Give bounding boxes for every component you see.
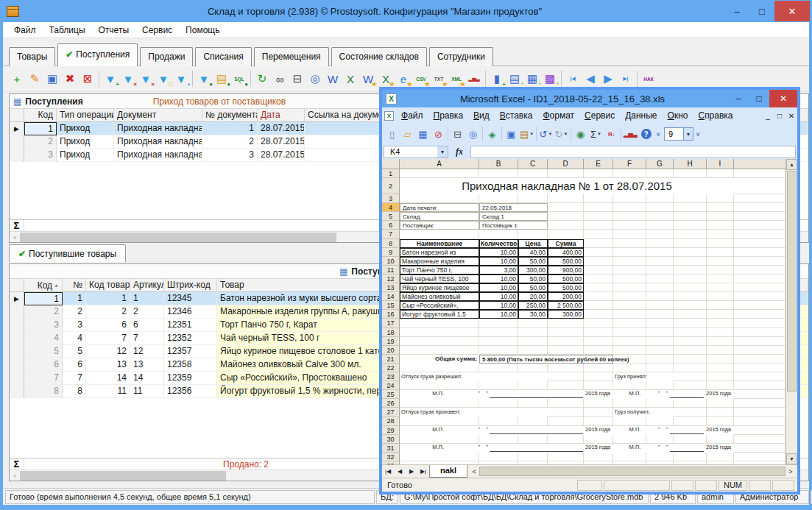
- cell-B16[interactable]: 10,00: [479, 310, 518, 319]
- cell-C11[interactable]: 300,00: [518, 266, 548, 275]
- cell-B8[interactable]: Количество: [479, 239, 518, 248]
- print-preview-icon[interactable]: ◎: [465, 127, 481, 142]
- cell-E3[interactable]: [584, 194, 613, 203]
- cell-I33[interactable]: [707, 461, 734, 464]
- cell-A8[interactable]: Наименование: [400, 239, 479, 248]
- cell-E6[interactable]: [584, 221, 613, 230]
- cell-C1[interactable]: [518, 169, 548, 178]
- cell-B20[interactable]: [479, 346, 518, 355]
- search-icon[interactable]: ∞: [271, 69, 289, 88]
- cell-A15[interactable]: Сыр «Российский»,: [400, 301, 479, 310]
- cell-B28[interactable]: [479, 417, 518, 425]
- cell-G13[interactable]: [646, 283, 674, 292]
- cell-D18[interactable]: [548, 328, 584, 337]
- cell-I9[interactable]: [707, 248, 734, 257]
- cell-A16[interactable]: Йогурт фруктовый 1,5: [400, 310, 479, 319]
- cell-C3[interactable]: [518, 194, 548, 203]
- cell-H4[interactable]: [674, 203, 707, 212]
- cell-B10[interactable]: 10,00: [479, 257, 518, 266]
- tab-3[interactable]: Продажи: [140, 47, 193, 66]
- tree-view-icon[interactable]: ▤●: [213, 69, 230, 88]
- cell-B24[interactable]: [479, 381, 518, 390]
- row-header-4[interactable]: 4: [382, 203, 400, 212]
- cell-D32[interactable]: [548, 453, 584, 461]
- cell-E30[interactable]: [584, 435, 613, 444]
- cell-G15[interactable]: [646, 301, 674, 310]
- cell-I28[interactable]: [707, 417, 734, 425]
- row-header-6[interactable]: 6: [382, 221, 400, 230]
- cell-I12[interactable]: [707, 275, 734, 283]
- cell-F27[interactable]: Груз получил:: [613, 408, 674, 417]
- excel-vscrollbar[interactable]: ▲ ▼: [785, 159, 797, 464]
- cell-D28[interactable]: [548, 417, 584, 425]
- app-menu-item-3[interactable]: Отчеты: [92, 25, 135, 35]
- row-header-12[interactable]: 12: [382, 275, 400, 283]
- print-icon[interactable]: ⊟: [450, 127, 465, 142]
- toolbar-options-icon[interactable]: »: [654, 130, 663, 138]
- cell-G26[interactable]: [646, 399, 674, 408]
- chevron-down-icon[interactable]: ▼: [683, 128, 693, 140]
- cell-I4[interactable]: [707, 203, 734, 212]
- excel-menu-item-3[interactable]: Вид: [468, 110, 495, 121]
- new-icon[interactable]: ▯: [384, 127, 400, 142]
- cell-A11[interactable]: Торт Панчо 750 г,: [400, 266, 479, 275]
- research-icon[interactable]: ◈: [484, 127, 500, 142]
- cell-H14[interactable]: [674, 292, 707, 301]
- cell-H3[interactable]: [674, 194, 707, 203]
- nav-prev-icon[interactable]: ◀: [582, 69, 599, 88]
- cell-G33[interactable]: [646, 461, 674, 464]
- save-icon[interactable]: ▦: [415, 127, 431, 142]
- cell-F29[interactable]: М.П." "2015 года: [613, 426, 734, 435]
- cell-A12[interactable]: Чай черный TESS, 100: [400, 275, 479, 283]
- cell-B32[interactable]: [479, 453, 518, 461]
- cell-I1[interactable]: [707, 169, 734, 178]
- cell-I16[interactable]: [707, 310, 734, 319]
- row-header-8[interactable]: 8: [382, 239, 400, 248]
- cell-I6[interactable]: [707, 221, 734, 230]
- column-header-3[interactable]: Код товара: [86, 279, 130, 291]
- cell-F9[interactable]: [613, 248, 646, 257]
- chevron-down-icon[interactable]: ▼: [437, 146, 448, 157]
- cell-B30[interactable]: [479, 435, 518, 444]
- redo-icon[interactable]: ↻▼: [554, 127, 569, 142]
- cell-C30[interactable]: [518, 435, 548, 444]
- cell-E12[interactable]: [584, 275, 613, 283]
- filter-view-icon[interactable]: ▼●: [195, 69, 213, 88]
- cell-I8[interactable]: [707, 239, 734, 248]
- row-header-29[interactable]: 29: [382, 426, 400, 435]
- cell-B22[interactable]: [479, 364, 518, 372]
- insert-function-button[interactable]: fx: [450, 146, 469, 157]
- cell-E18[interactable]: [584, 328, 613, 337]
- excel-maximize-button[interactable]: □: [749, 90, 769, 107]
- cell-B9[interactable]: 10,00: [479, 248, 518, 257]
- template-ie-icon[interactable]: e★: [395, 69, 412, 88]
- scroll-right-icon[interactable]: >: [785, 468, 796, 475]
- name-box[interactable]: K4 ▼: [384, 146, 448, 158]
- app-close-button[interactable]: ✕: [774, 1, 810, 21]
- cell-H23[interactable]: [674, 372, 707, 381]
- open-icon[interactable]: ▱: [400, 127, 415, 142]
- cell-G14[interactable]: [646, 292, 674, 301]
- cell-A25[interactable]: М.П." "2015 года: [400, 390, 613, 399]
- column-header-C[interactable]: C: [518, 159, 548, 169]
- cell-G32[interactable]: [646, 453, 674, 461]
- cell-E8[interactable]: [584, 239, 613, 248]
- cell-D14[interactable]: 200,00: [548, 292, 584, 301]
- cell-F28[interactable]: [613, 417, 646, 425]
- cell-F15[interactable]: [613, 301, 646, 310]
- row-header-1[interactable]: 1: [382, 169, 400, 178]
- select-all-corner[interactable]: [382, 159, 400, 169]
- cell-H18[interactable]: [674, 328, 707, 337]
- column-header-B[interactable]: B: [479, 159, 518, 169]
- column-header-4[interactable]: Артикул: [130, 279, 164, 291]
- cell-B1[interactable]: [479, 169, 518, 178]
- cell-B7[interactable]: [479, 230, 518, 238]
- scroll-left-icon[interactable]: ‹: [10, 233, 20, 241]
- cell-H17[interactable]: [674, 319, 707, 327]
- excel-menu-item-8[interactable]: Окно: [663, 110, 693, 121]
- scroll-up-icon[interactable]: ▲: [786, 159, 797, 170]
- cell-C15[interactable]: 250,00: [518, 301, 548, 310]
- cell-E19[interactable]: [584, 337, 613, 346]
- template-txt-icon[interactable]: TXT★: [430, 69, 448, 88]
- cell-H20[interactable]: [674, 346, 707, 355]
